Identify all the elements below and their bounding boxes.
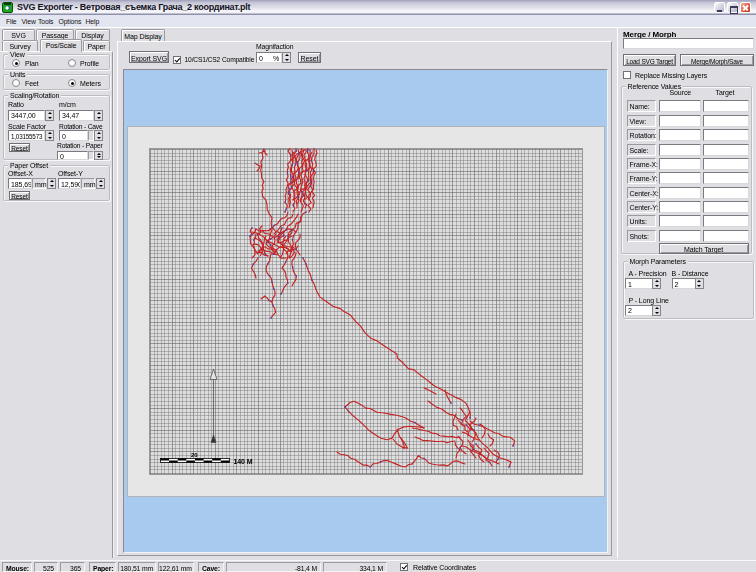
svg-text:20: 20 [191, 452, 198, 458]
svg-text:140 M: 140 M [234, 458, 253, 465]
